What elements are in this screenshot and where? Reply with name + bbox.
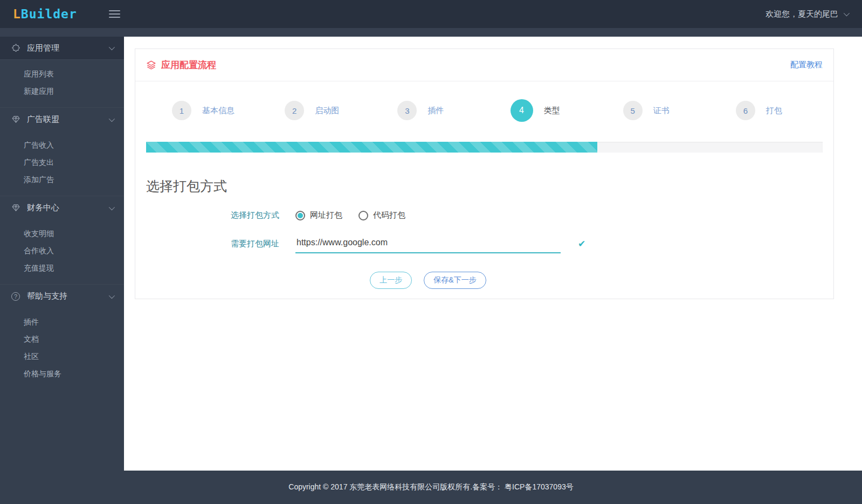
- step-circle: 3: [397, 101, 417, 120]
- sidebar-item-docs[interactable]: 文档: [0, 330, 124, 348]
- top-header: LBuilder 欢迎您，夏天的尾巴: [0, 0, 862, 28]
- step-indicator: 1 基本信息 2 启动图 3 插件 4 类型: [146, 99, 823, 122]
- save-next-button[interactable]: 保存&下一步: [424, 272, 486, 289]
- sidebar-item-app-list[interactable]: 应用列表: [0, 65, 124, 82]
- sidebar-item-pricing[interactable]: 价格与服务: [0, 365, 124, 382]
- gem-icon: [11, 203, 20, 213]
- sidebar-item-cooperation-income[interactable]: 合作收入: [0, 242, 124, 259]
- sidebar: 应用管理 应用列表 新建应用 广告联盟 广告收入 广告支出 添加广告: [0, 37, 124, 471]
- step-label: 插件: [427, 106, 444, 116]
- page-title: 应用配置流程: [146, 59, 216, 71]
- step-4-type[interactable]: 4 类型: [485, 99, 597, 122]
- chevron-down-icon: [109, 44, 115, 50]
- page-footer: Copyright © 2017 东莞老表网络科技有限公司版权所有.备案号： 粤…: [0, 471, 862, 504]
- radio-button-icon: [358, 211, 368, 220]
- sidebar-item-plugins[interactable]: 插件: [0, 313, 124, 330]
- sidebar-item-new-app[interactable]: 新建应用: [0, 82, 124, 100]
- sidebar-group-label: 财务中心: [27, 203, 59, 213]
- step-circle: 6: [736, 101, 755, 120]
- step-label: 启动图: [315, 106, 339, 116]
- packaging-method-label: 选择打包方式: [146, 210, 279, 220]
- step-1-basic-info[interactable]: 1 基本信息: [146, 101, 259, 120]
- sidebar-item-app-management[interactable]: 应用管理: [0, 37, 124, 60]
- chevron-down-icon: [109, 115, 115, 121]
- config-card: 应用配置流程 配置教程 1 基本信息 2 启动图 3 插件: [135, 49, 834, 299]
- sidebar-item-recharge-withdraw[interactable]: 充值提现: [0, 259, 124, 277]
- layers-icon: [146, 60, 156, 70]
- check-icon: ✔: [578, 238, 585, 250]
- sidebar-group-label: 应用管理: [27, 43, 59, 53]
- step-6-package[interactable]: 6 打包: [710, 101, 823, 120]
- sidebar-item-ad-alliance[interactable]: 广告联盟: [0, 108, 124, 131]
- sidebar-item-income-expense-detail[interactable]: 收支明细: [0, 225, 124, 242]
- sidebar-item-help-support[interactable]: ? 帮助与支持: [0, 285, 124, 308]
- step-label: 基本信息: [202, 106, 235, 116]
- sidebar-item-add-ad[interactable]: 添加广告: [0, 171, 124, 188]
- package-url-label: 需要打包网址: [146, 239, 279, 249]
- sidebar-item-community[interactable]: 社区: [0, 348, 124, 365]
- chevron-down-icon: [109, 204, 115, 210]
- app-logo[interactable]: LBuilder: [13, 7, 94, 21]
- radio-url-packaging[interactable]: 网址打包: [295, 210, 342, 220]
- step-label: 打包: [766, 106, 782, 116]
- chevron-down-icon: [109, 292, 115, 298]
- section-title: 选择打包方式: [146, 177, 823, 195]
- hamburger-menu-icon[interactable]: [107, 8, 122, 20]
- main-content: 应用配置流程 配置教程 1 基本信息 2 启动图 3 插件: [124, 37, 862, 471]
- progress-fill: [146, 142, 597, 153]
- step-5-certificate[interactable]: 5 证书: [597, 101, 710, 120]
- user-greeting-text: 欢迎您，夏天的尾巴: [766, 9, 838, 19]
- step-label: 证书: [653, 106, 670, 116]
- radio-code-packaging[interactable]: 代码打包: [358, 210, 405, 220]
- step-circle: 2: [285, 101, 304, 120]
- copyright-text: Copyright © 2017 东莞老表网络科技有限公司版权所有.备案号： 粤…: [288, 482, 573, 492]
- step-circle: 1: [172, 101, 191, 120]
- help-icon: ?: [11, 292, 20, 301]
- previous-step-button[interactable]: 上一步: [370, 272, 412, 289]
- step-label: 类型: [544, 106, 560, 116]
- step-circle: 5: [623, 101, 643, 120]
- step-2-launch-image[interactable]: 2 启动图: [259, 101, 371, 120]
- sidebar-group-ad-alliance: 广告联盟 广告收入 广告支出 添加广告: [0, 107, 124, 196]
- puzzle-icon: [11, 43, 20, 53]
- radio-button-icon: [295, 211, 305, 220]
- logo-letter-l: L: [13, 7, 21, 21]
- sidebar-group-label: 广告联盟: [27, 114, 59, 125]
- logo-rest: Builder: [21, 7, 77, 21]
- progress-bar: [146, 142, 823, 153]
- user-menu[interactable]: 欢迎您，夏天的尾巴: [766, 9, 848, 19]
- sidebar-group-app-management: 应用管理 应用列表 新建应用: [0, 37, 124, 107]
- sidebar-item-ad-income[interactable]: 广告收入: [0, 136, 124, 154]
- sidebar-item-finance-center[interactable]: 财务中心: [0, 196, 124, 219]
- sidebar-group-help: ? 帮助与支持 插件 文档 社区 价格与服务: [0, 284, 124, 390]
- package-url-input[interactable]: [295, 234, 561, 253]
- step-circle: 4: [511, 99, 533, 122]
- sidebar-group-label: 帮助与支持: [27, 291, 67, 301]
- tutorial-link[interactable]: 配置教程: [790, 60, 823, 70]
- sidebar-item-ad-expense[interactable]: 广告支出: [0, 154, 124, 171]
- sidebar-group-finance: 财务中心 收支明细 合作收入 充值提现: [0, 196, 124, 284]
- gem-icon: [11, 115, 20, 125]
- chevron-down-icon: [844, 10, 850, 16]
- header-substrip: [0, 28, 862, 37]
- step-3-plugins[interactable]: 3 插件: [371, 101, 484, 120]
